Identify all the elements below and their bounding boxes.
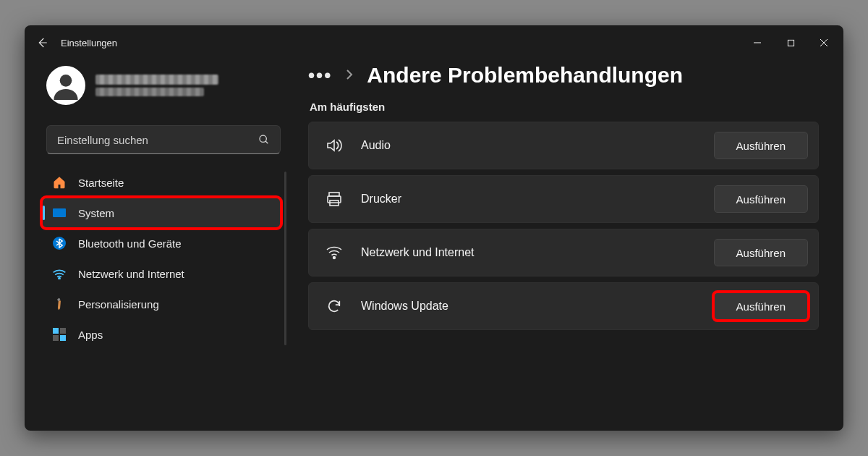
run-button-netzwerk[interactable]: Ausführen [714,239,808,266]
sidebar-item-startseite[interactable]: Startseite [42,167,281,198]
avatar [46,66,85,105]
search-icon [258,134,270,145]
section-label: Am häufigsten [310,101,819,113]
sidebar-item-apps[interactable]: Apps [42,319,281,350]
system-icon [52,206,67,220]
nav-list: Startseite System Bluetooth und Geräte [42,167,285,350]
home-icon [52,175,67,190]
sidebar-item-netzwerk[interactable]: Netzwerk und Internet [42,258,281,289]
sidebar-item-label: Startseite [78,177,124,189]
window-controls [741,30,841,56]
sidebar-item-system[interactable]: System [42,198,281,228]
sidebar: Startseite System Bluetooth und Geräte [25,60,292,431]
sidebar-item-label: Bluetooth und Geräte [78,237,182,250]
troubleshooter-windows-update: Windows Update Ausführen [308,282,819,330]
page-title: Andere Problembehandlungen [367,63,683,88]
nav-scrollbar[interactable] [284,172,286,345]
close-icon [820,38,828,47]
svg-point-2 [60,75,72,87]
sidebar-item-label: Netzwerk und Internet [78,268,184,280]
svg-point-10 [333,257,336,259]
breadcrumb: ••• Andere Problembehandlungen [308,63,819,88]
sidebar-item-label: Apps [78,329,103,341]
troubleshooter-label: Windows Update [361,300,448,313]
sidebar-item-bluetooth[interactable]: Bluetooth und Geräte [42,228,281,258]
main-content: ••• Andere Problembehandlungen Am häufig… [292,60,843,431]
settings-window: Einstellungen [25,25,843,431]
apps-icon [52,327,67,342]
search-input[interactable] [57,134,258,146]
speaker-icon [325,138,344,153]
titlebar: Einstellungen [25,25,843,60]
search-box[interactable] [46,125,281,154]
arrow-left-icon [35,36,48,49]
person-icon [51,71,80,100]
sidebar-item-personalisierung[interactable]: Personalisierung [42,289,281,319]
troubleshooter-label: Netzwerk und Internet [361,246,475,259]
wifi-icon [325,245,344,260]
maximize-button[interactable] [774,30,807,56]
app-title: Einstellungen [61,38,117,48]
svg-line-4 [265,141,268,143]
breadcrumb-more-button[interactable]: ••• [308,64,332,87]
back-button[interactable] [27,28,56,57]
troubleshooter-audio: Audio Ausführen [308,122,819,169]
svg-rect-1 [788,40,793,46]
user-profile[interactable] [42,60,285,118]
svg-point-5 [59,278,60,279]
troubleshooter-drucker: Drucker Ausführen [308,175,819,223]
troubleshooter-list: Audio Ausführen Drucker Ausführen [308,122,819,330]
troubleshooter-label: Audio [361,139,391,152]
minimize-button[interactable] [741,30,774,56]
troubleshooter-label: Drucker [361,193,401,206]
update-icon [325,298,344,314]
sidebar-item-label: System [78,207,114,219]
printer-icon [325,191,344,207]
profile-name-redacted [95,75,218,85]
wifi-icon [52,266,67,281]
run-button-drucker[interactable]: Ausführen [714,185,808,213]
brush-icon [52,297,67,311]
close-button[interactable] [807,30,841,56]
bluetooth-icon [52,236,67,250]
profile-email-redacted [95,88,204,96]
svg-point-3 [260,135,266,142]
run-button-windows-update[interactable]: Ausführen [714,292,808,320]
profile-text [95,75,218,96]
minimize-icon [753,38,762,47]
maximize-icon [787,39,795,47]
chevron-right-icon [345,68,354,83]
sidebar-item-label: Personalisierung [78,298,159,311]
run-button-audio[interactable]: Ausführen [714,132,808,159]
troubleshooter-netzwerk: Netzwerk und Internet Ausführen [308,229,819,276]
